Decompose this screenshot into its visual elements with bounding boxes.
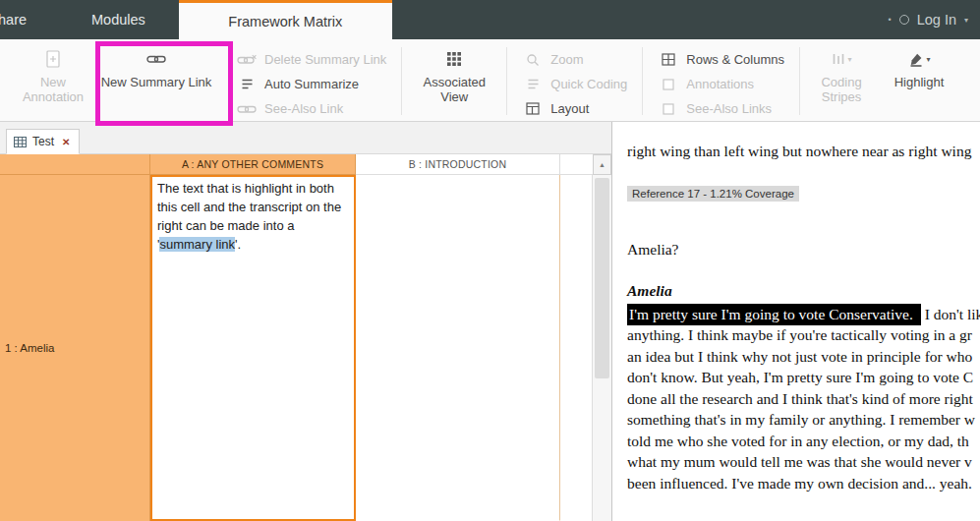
- highlight-icon: ▾: [908, 48, 931, 70]
- matrix-scrollbar[interactable]: [593, 175, 611, 521]
- layout-label: Layout: [550, 101, 589, 116]
- highlight-label: Highlight: [894, 75, 945, 89]
- transcript-line: right wing than left wing but nowhere ne…: [627, 141, 980, 162]
- coding-stripes-icon: ▾: [832, 48, 852, 70]
- reference-label: Reference 17 - 1.21% Coverage: [627, 186, 799, 202]
- new-annotation-label: New Annotation: [16, 75, 90, 104]
- status-dot-icon: •: [889, 15, 892, 25]
- rows-columns-button[interactable]: Rows & Columns: [652, 47, 790, 72]
- matrix-filler: [560, 175, 593, 521]
- associated-view-button[interactable]: Associated View: [411, 43, 497, 104]
- scrollbar-thumb[interactable]: [595, 178, 609, 378]
- zoom-icon: [522, 53, 544, 67]
- transcript-line: don't know. But yeah, I'm pretty sure I'…: [627, 367, 980, 388]
- transcript-line: been influenced. I've made my own decisi…: [627, 473, 980, 494]
- matrix-cell-b1[interactable]: [356, 175, 560, 521]
- see-also-links-toggle[interactable]: See-Also Links: [652, 96, 790, 121]
- transcript-line: an idea but I think why not just vote in…: [627, 346, 980, 368]
- annotations-checkbox-icon: [658, 79, 679, 90]
- rows-columns-group: Rows & Columns Annotations See-Also Link…: [652, 43, 790, 121]
- summary-link-highlight[interactable]: summary link: [159, 237, 235, 252]
- row-header-amelia[interactable]: 1 : Amelia: [0, 175, 150, 521]
- rows-columns-icon: [658, 53, 679, 66]
- transcript-text: I don't lik: [921, 306, 980, 322]
- transcript-line: anything. I think maybe if you're tactic…: [627, 324, 980, 346]
- column-header-a[interactable]: A : ANY OTHER COMMENTS: [150, 154, 356, 175]
- scroll-up-button[interactable]: ▲: [593, 154, 611, 175]
- new-summary-link-button[interactable]: New Summary Link: [100, 43, 212, 89]
- coding-stripes-label: Coding Stripes: [809, 75, 874, 104]
- new-summary-link-label: New Summary Link: [101, 75, 212, 89]
- new-annotation-button[interactable]: New Annotation: [16, 43, 90, 104]
- column-header-b[interactable]: B : INTRODUCTION: [356, 154, 560, 175]
- see-also-link-label: See-Also Link: [264, 101, 343, 116]
- matrix-corner-cell: [0, 154, 150, 175]
- cell-text: '.: [235, 237, 241, 252]
- document-tab-bar: Test ✕: [0, 122, 611, 154]
- highlight-button[interactable]: ▾ Highlight: [880, 43, 958, 89]
- associated-view-icon: [446, 48, 462, 70]
- ribbon-separator: [506, 47, 507, 115]
- delete-summary-link-button[interactable]: Delete Summary Link: [230, 47, 392, 72]
- matrix-header-filler: [560, 154, 593, 175]
- ribbon-tab-share[interactable]: hare: [0, 0, 36, 39]
- highlight-caret-icon: ▾: [927, 52, 931, 67]
- summary-link-icon: [146, 48, 166, 70]
- interviewer-question: Amelia?: [627, 239, 980, 260]
- delete-summary-link-label: Delete Summary Link: [264, 52, 386, 67]
- zoom-label: Zoom: [550, 52, 583, 67]
- nvivo-window: hare Modules Framework Matrix • Log In ▾…: [0, 0, 980, 521]
- ribbon-separator: [799, 47, 800, 115]
- ribbon-tab-modules[interactable]: Modules: [78, 0, 159, 39]
- transcript-line: I'm pretty sure I'm going to vote Conser…: [627, 304, 980, 325]
- matrix-pane: Test ✕ A : ANY OTHER COMMENTS B : INTROD…: [0, 122, 611, 521]
- transcript-pane: right wing than left wing but nowhere ne…: [612, 122, 980, 521]
- account-icon[interactable]: [899, 15, 909, 25]
- ribbon-toolbar: New Annotation New Summary Link Delete S…: [0, 39, 980, 122]
- matrix-document-icon: [14, 137, 27, 147]
- linked-text-selection[interactable]: I'm pretty sure I'm going to vote Conser…: [627, 304, 921, 325]
- see-also-link-button[interactable]: See-Also Link: [230, 96, 392, 121]
- auto-summarize-icon: [236, 78, 258, 90]
- ribbon-separator: [642, 47, 643, 115]
- transcript-line: done all the research and I think that's…: [627, 388, 980, 410]
- document-tab-label: Test: [32, 135, 54, 148]
- titlebar: hare Modules Framework Matrix • Log In ▾: [0, 0, 980, 39]
- transcript-line: what my mum would tell me was that she w…: [627, 451, 980, 473]
- annotations-label: Annotations: [686, 77, 754, 91]
- log-in-button[interactable]: Log In: [917, 12, 956, 28]
- annotations-toggle[interactable]: Annotations: [652, 72, 790, 96]
- see-also-links-label: See-Also Links: [686, 101, 772, 116]
- see-also-links-checkbox-icon: [658, 103, 679, 115]
- titlebar-right-cluster: • Log In ▾: [889, 0, 980, 39]
- layout-icon: [522, 102, 544, 115]
- view-group: Zoom Quick Coding Layout: [516, 43, 633, 121]
- quick-coding-button[interactable]: Quick Coding: [516, 72, 633, 96]
- coding-stripes-caret-icon: ▾: [848, 52, 852, 67]
- associated-view-label: Associated View: [411, 75, 497, 104]
- auto-summarize-button[interactable]: Auto Summarize: [230, 72, 392, 96]
- framework-matrix-grid: A : ANY OTHER COMMENTS B : INTRODUCTION …: [0, 154, 611, 521]
- login-caret-icon: ▾: [964, 16, 968, 25]
- auto-summarize-label: Auto Summarize: [264, 77, 359, 91]
- rows-columns-label: Rows & Columns: [686, 52, 784, 67]
- zoom-button[interactable]: Zoom: [516, 47, 633, 72]
- quick-coding-icon: [522, 78, 544, 90]
- ribbon-separator: [401, 47, 402, 115]
- layout-button[interactable]: Layout: [516, 96, 633, 121]
- new-annotation-icon: [45, 48, 61, 70]
- ribbon-tab-framework-matrix[interactable]: Framework Matrix: [179, 0, 392, 39]
- coding-stripes-button[interactable]: ▾ Coding Stripes: [809, 43, 874, 104]
- close-tab-icon[interactable]: ✕: [60, 136, 72, 148]
- transcript-line: something that's in my family or anythin…: [627, 409, 980, 431]
- matrix-cell-a1[interactable]: The text that is highlight in both this …: [150, 175, 356, 521]
- quick-coding-label: Quick Coding: [550, 77, 627, 91]
- transcript-line: told me who she voted for in any electio…: [627, 431, 980, 452]
- see-also-link-icon: [236, 103, 258, 115]
- delete-summary-link-icon: [236, 54, 258, 66]
- document-tab-test[interactable]: Test ✕: [6, 129, 80, 154]
- summary-link-group: Delete Summary Link Auto Summarize See-A…: [230, 43, 392, 121]
- speaker-name: Amelia: [627, 280, 980, 302]
- main-content: Test ✕ A : ANY OTHER COMMENTS B : INTROD…: [0, 122, 980, 521]
